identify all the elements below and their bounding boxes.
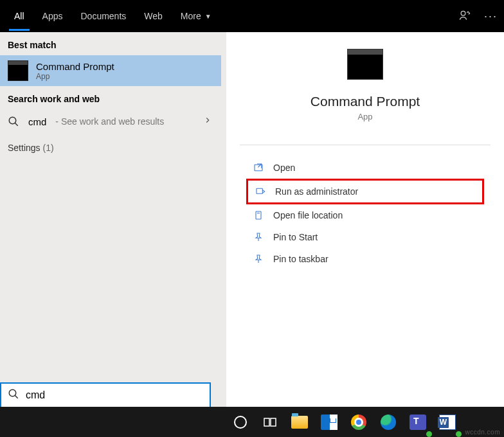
- action-label: Pin to taskbar: [273, 254, 328, 264]
- divider: [240, 145, 491, 145]
- preview-type: App: [357, 112, 372, 121]
- tab-more[interactable]: More▼: [172, 0, 221, 32]
- pin-icon: [253, 253, 264, 265]
- task-view-icon: [262, 415, 278, 430]
- web-search-result[interactable]: cmd - See work and web results: [0, 109, 221, 134]
- edge-icon: [381, 415, 396, 430]
- actions-list: Open Run as administrator Open file loca…: [246, 157, 484, 270]
- preview-app-icon: [347, 49, 383, 80]
- action-open[interactable]: Open: [246, 157, 484, 179]
- taskbar-outlook[interactable]: [316, 409, 342, 436]
- tab-label: All: [14, 11, 24, 21]
- settings-header[interactable]: Settings (1): [0, 134, 221, 162]
- command-prompt-icon: [8, 60, 28, 81]
- tabs-right-controls: ···: [458, 9, 498, 24]
- web-hint: - See work and web results: [55, 116, 164, 127]
- svg-rect-5: [256, 211, 261, 219]
- action-label: Open: [273, 163, 295, 173]
- action-run-as-administrator[interactable]: Run as administrator: [246, 179, 484, 204]
- search-icon: [8, 388, 19, 402]
- tab-label: Apps: [42, 11, 63, 21]
- svg-line-2: [15, 123, 18, 126]
- result-type: App: [36, 72, 114, 81]
- tab-documents[interactable]: Documents: [71, 0, 135, 32]
- action-pin-to-taskbar[interactable]: Pin to taskbar: [246, 248, 484, 270]
- best-match-header: Best match: [0, 32, 221, 55]
- watermark: wccdn.com: [465, 429, 500, 436]
- result-name: Command Prompt: [36, 61, 114, 72]
- svg-rect-11: [264, 418, 269, 426]
- web-query: cmd: [28, 116, 46, 127]
- cortana-icon: [234, 416, 247, 429]
- shield-icon: [255, 186, 266, 197]
- search-icon: [8, 116, 19, 127]
- search-input[interactable]: [26, 389, 203, 401]
- taskbar-chrome[interactable]: [346, 409, 372, 436]
- taskbar-edge[interactable]: [375, 409, 401, 436]
- feedback-icon[interactable]: [458, 9, 471, 24]
- result-command-prompt[interactable]: Command Prompt App: [0, 55, 221, 86]
- status-badge: [455, 431, 462, 438]
- tab-label: More: [181, 11, 201, 21]
- action-open-file-location[interactable]: Open file location: [246, 204, 484, 226]
- folder-icon: [253, 210, 264, 221]
- tab-label: Web: [144, 11, 163, 21]
- taskbar-teams[interactable]: [405, 409, 431, 436]
- tab-apps[interactable]: Apps: [33, 0, 72, 32]
- taskbar-file-explorer[interactable]: [287, 409, 312, 436]
- word-icon: [439, 415, 456, 430]
- tab-web[interactable]: Web: [135, 0, 172, 32]
- teams-icon: [410, 415, 426, 430]
- search-tabs-bar: All Apps Documents Web More▼ ···: [0, 0, 504, 32]
- svg-point-9: [9, 389, 16, 397]
- action-label: Pin to Start: [273, 232, 318, 242]
- outlook-icon: [321, 415, 338, 430]
- chrome-icon: [351, 415, 366, 430]
- main-content: Best match Command Prompt App Search wor…: [0, 32, 504, 408]
- tab-all[interactable]: All: [5, 0, 33, 32]
- open-icon: [253, 162, 264, 174]
- settings-count: (1): [42, 143, 53, 153]
- svg-point-0: [461, 11, 465, 15]
- taskbar: wccdn.com: [0, 407, 504, 437]
- taskbar-cortana[interactable]: [228, 409, 253, 436]
- options-icon[interactable]: ···: [484, 10, 498, 23]
- result-text: Command Prompt App: [36, 61, 114, 81]
- svg-rect-4: [256, 188, 262, 193]
- action-label: Run as administrator: [275, 186, 358, 197]
- svg-line-10: [15, 395, 18, 398]
- action-label: Open file location: [273, 210, 343, 220]
- pin-icon: [253, 231, 264, 243]
- results-panel: Best match Command Prompt App Search wor…: [0, 32, 221, 408]
- preview-panel: Command Prompt App Open Run as administr…: [221, 32, 504, 408]
- action-pin-to-start[interactable]: Pin to Start: [246, 226, 484, 248]
- preview-title: Command Prompt: [310, 94, 420, 109]
- search-web-header: Search work and web: [0, 86, 221, 109]
- svg-rect-12: [271, 418, 276, 426]
- svg-point-1: [9, 117, 16, 124]
- taskbar-word[interactable]: [435, 409, 460, 436]
- settings-label: Settings: [8, 143, 40, 153]
- chevron-right-icon: [203, 116, 212, 127]
- taskbar-task-view[interactable]: [257, 409, 283, 436]
- folder-icon: [291, 416, 308, 429]
- search-box[interactable]: [0, 382, 211, 408]
- chevron-down-icon: ▼: [205, 13, 212, 20]
- tab-label: Documents: [80, 11, 126, 21]
- status-badge: [426, 431, 433, 438]
